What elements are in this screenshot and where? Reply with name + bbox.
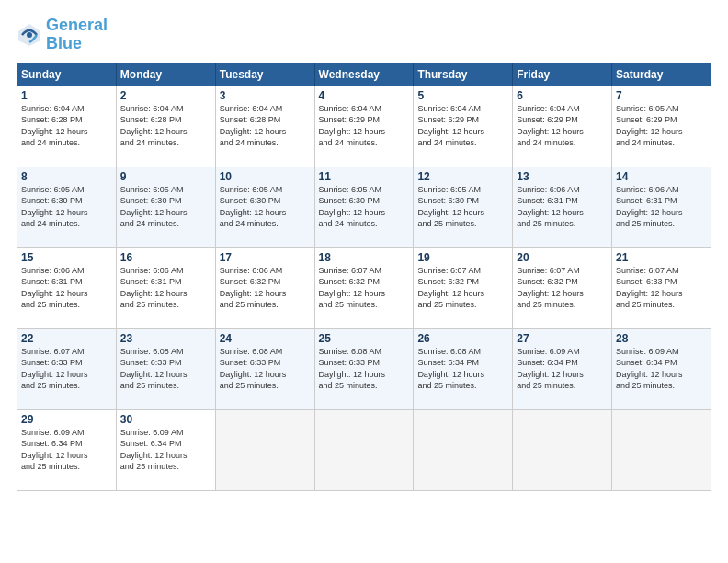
day-number: 29 (21, 413, 112, 426)
calendar: SundayMondayTuesdayWednesdayThursdayFrid… (17, 63, 711, 491)
day-info: Sunrise: 6:04 AM Sunset: 6:28 PM Dayligh… (21, 103, 112, 149)
day-info: Sunrise: 6:04 AM Sunset: 6:29 PM Dayligh… (517, 103, 608, 149)
calendar-cell: 17Sunrise: 6:06 AM Sunset: 6:32 PM Dayli… (215, 247, 314, 328)
day-number: 30 (120, 413, 211, 426)
calendar-cell: 30Sunrise: 6:09 AM Sunset: 6:34 PM Dayli… (116, 409, 215, 490)
svg-point-1 (27, 32, 32, 38)
header: General Blue (17, 17, 711, 53)
calendar-cell: 15Sunrise: 6:06 AM Sunset: 6:31 PM Dayli… (17, 247, 117, 328)
day-number: 15 (21, 251, 112, 264)
calendar-cell: 9Sunrise: 6:05 AM Sunset: 6:30 PM Daylig… (116, 167, 215, 247)
day-number: 17 (220, 251, 311, 264)
day-info: Sunrise: 6:08 AM Sunset: 6:33 PM Dayligh… (120, 346, 211, 392)
calendar-cell: 23Sunrise: 6:08 AM Sunset: 6:33 PM Dayli… (116, 328, 215, 409)
calendar-cell (314, 409, 414, 490)
logo-text: General Blue (46, 17, 108, 53)
day-number: 4 (319, 89, 410, 102)
day-info: Sunrise: 6:06 AM Sunset: 6:32 PM Dayligh… (220, 265, 311, 311)
day-number: 5 (417, 89, 508, 102)
day-info: Sunrise: 6:06 AM Sunset: 6:31 PM Dayligh… (120, 265, 211, 311)
calendar-cell: 13Sunrise: 6:06 AM Sunset: 6:31 PM Dayli… (513, 167, 612, 247)
calendar-cell: 11Sunrise: 6:05 AM Sunset: 6:30 PM Dayli… (314, 167, 414, 247)
logo-icon (17, 22, 42, 48)
day-info: Sunrise: 6:07 AM Sunset: 6:33 PM Dayligh… (616, 265, 707, 311)
day-number: 18 (319, 251, 410, 264)
calendar-cell (612, 409, 711, 490)
day-number: 3 (220, 89, 311, 102)
day-number: 11 (319, 170, 410, 183)
calendar-cell (513, 409, 612, 490)
day-info: Sunrise: 6:05 AM Sunset: 6:30 PM Dayligh… (220, 184, 311, 230)
day-info: Sunrise: 6:09 AM Sunset: 6:34 PM Dayligh… (21, 427, 112, 473)
day-number: 7 (616, 89, 707, 102)
calendar-body: 1Sunrise: 6:04 AM Sunset: 6:28 PM Daylig… (17, 86, 711, 490)
calendar-cell: 4Sunrise: 6:04 AM Sunset: 6:29 PM Daylig… (314, 86, 414, 167)
calendar-week-row: 1Sunrise: 6:04 AM Sunset: 6:28 PM Daylig… (17, 86, 711, 167)
day-info: Sunrise: 6:04 AM Sunset: 6:29 PM Dayligh… (319, 103, 410, 149)
day-info: Sunrise: 6:05 AM Sunset: 6:30 PM Dayligh… (21, 184, 112, 230)
calendar-cell: 29Sunrise: 6:09 AM Sunset: 6:34 PM Dayli… (17, 409, 117, 490)
calendar-cell: 22Sunrise: 6:07 AM Sunset: 6:33 PM Dayli… (17, 328, 117, 409)
day-info: Sunrise: 6:08 AM Sunset: 6:33 PM Dayligh… (220, 346, 311, 392)
calendar-cell: 16Sunrise: 6:06 AM Sunset: 6:31 PM Dayli… (116, 247, 215, 328)
dow-header: Wednesday (314, 63, 414, 86)
day-number: 10 (220, 170, 311, 183)
calendar-cell: 10Sunrise: 6:05 AM Sunset: 6:30 PM Dayli… (215, 167, 314, 247)
calendar-cell: 19Sunrise: 6:07 AM Sunset: 6:32 PM Dayli… (414, 247, 513, 328)
day-number: 2 (120, 89, 211, 102)
dow-header: Sunday (17, 63, 117, 86)
day-info: Sunrise: 6:09 AM Sunset: 6:34 PM Dayligh… (120, 427, 211, 473)
calendar-cell: 24Sunrise: 6:08 AM Sunset: 6:33 PM Dayli… (215, 328, 314, 409)
calendar-cell: 1Sunrise: 6:04 AM Sunset: 6:28 PM Daylig… (17, 86, 117, 167)
day-number: 12 (417, 170, 508, 183)
dow-header: Thursday (414, 63, 513, 86)
day-info: Sunrise: 6:06 AM Sunset: 6:31 PM Dayligh… (21, 265, 112, 311)
logo: General Blue (17, 17, 108, 53)
calendar-cell: 21Sunrise: 6:07 AM Sunset: 6:33 PM Dayli… (612, 247, 711, 328)
calendar-cell: 5Sunrise: 6:04 AM Sunset: 6:29 PM Daylig… (414, 86, 513, 167)
calendar-cell: 26Sunrise: 6:08 AM Sunset: 6:34 PM Dayli… (414, 328, 513, 409)
calendar-cell: 2Sunrise: 6:04 AM Sunset: 6:28 PM Daylig… (116, 86, 215, 167)
calendar-cell: 3Sunrise: 6:04 AM Sunset: 6:28 PM Daylig… (215, 86, 314, 167)
day-number: 25 (319, 332, 410, 345)
day-info: Sunrise: 6:04 AM Sunset: 6:29 PM Dayligh… (417, 103, 508, 149)
dow-header: Tuesday (215, 63, 314, 86)
calendar-cell: 27Sunrise: 6:09 AM Sunset: 6:34 PM Dayli… (513, 328, 612, 409)
day-number: 22 (21, 332, 112, 345)
day-info: Sunrise: 6:04 AM Sunset: 6:28 PM Dayligh… (120, 103, 211, 149)
calendar-cell: 6Sunrise: 6:04 AM Sunset: 6:29 PM Daylig… (513, 86, 612, 167)
page: General Blue SundayMondayTuesdayWednesda… (0, 0, 728, 563)
calendar-cell: 7Sunrise: 6:05 AM Sunset: 6:29 PM Daylig… (612, 86, 711, 167)
day-number: 26 (417, 332, 508, 345)
day-of-week-row: SundayMondayTuesdayWednesdayThursdayFrid… (17, 63, 711, 86)
day-info: Sunrise: 6:07 AM Sunset: 6:32 PM Dayligh… (517, 265, 608, 311)
day-number: 13 (517, 170, 608, 183)
day-number: 9 (120, 170, 211, 183)
calendar-cell: 14Sunrise: 6:06 AM Sunset: 6:31 PM Dayli… (612, 167, 711, 247)
day-info: Sunrise: 6:07 AM Sunset: 6:32 PM Dayligh… (417, 265, 508, 311)
day-info: Sunrise: 6:07 AM Sunset: 6:33 PM Dayligh… (21, 346, 112, 392)
day-number: 27 (517, 332, 608, 345)
calendar-week-row: 8Sunrise: 6:05 AM Sunset: 6:30 PM Daylig… (17, 167, 711, 247)
day-number: 6 (517, 89, 608, 102)
calendar-cell: 20Sunrise: 6:07 AM Sunset: 6:32 PM Dayli… (513, 247, 612, 328)
calendar-cell: 18Sunrise: 6:07 AM Sunset: 6:32 PM Dayli… (314, 247, 414, 328)
calendar-cell: 12Sunrise: 6:05 AM Sunset: 6:30 PM Dayli… (414, 167, 513, 247)
day-number: 1 (21, 89, 112, 102)
day-number: 19 (417, 251, 508, 264)
dow-header: Saturday (612, 63, 711, 86)
day-info: Sunrise: 6:09 AM Sunset: 6:34 PM Dayligh… (616, 346, 707, 392)
calendar-week-row: 29Sunrise: 6:09 AM Sunset: 6:34 PM Dayli… (17, 409, 711, 490)
day-info: Sunrise: 6:08 AM Sunset: 6:33 PM Dayligh… (319, 346, 410, 392)
day-info: Sunrise: 6:05 AM Sunset: 6:30 PM Dayligh… (417, 184, 508, 230)
day-number: 23 (120, 332, 211, 345)
day-number: 16 (120, 251, 211, 264)
day-number: 14 (616, 170, 707, 183)
day-info: Sunrise: 6:05 AM Sunset: 6:30 PM Dayligh… (319, 184, 410, 230)
day-info: Sunrise: 6:06 AM Sunset: 6:31 PM Dayligh… (616, 184, 707, 230)
day-info: Sunrise: 6:08 AM Sunset: 6:34 PM Dayligh… (417, 346, 508, 392)
day-info: Sunrise: 6:05 AM Sunset: 6:30 PM Dayligh… (120, 184, 211, 230)
day-number: 8 (21, 170, 112, 183)
calendar-cell (215, 409, 314, 490)
calendar-cell: 28Sunrise: 6:09 AM Sunset: 6:34 PM Dayli… (612, 328, 711, 409)
